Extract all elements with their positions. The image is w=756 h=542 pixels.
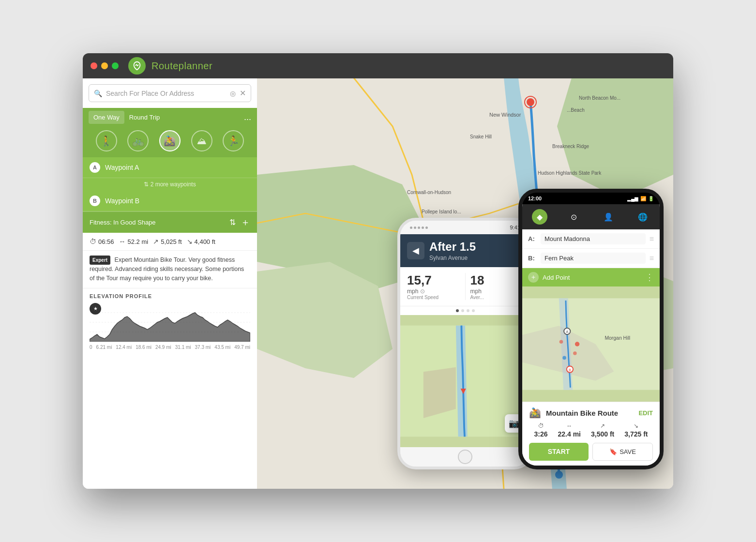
signal-dot [410, 226, 412, 229]
time-stat-value: 3:26 [534, 430, 547, 438]
svg-point-36 [559, 340, 563, 344]
left-panel: 🔍 Search For Place Or Address ◎ ✕ One Wa… [83, 78, 257, 489]
speed-divider [465, 273, 466, 300]
walk-mode[interactable]: 🚶 [96, 130, 117, 151]
title-bar: Routeplanner [83, 53, 673, 78]
one-way-tab[interactable]: One Way [89, 111, 124, 124]
start-button[interactable]: START [529, 443, 589, 461]
svg-text:North Beacon Mo...: North Beacon Mo... [579, 95, 620, 101]
page-dots [400, 306, 530, 315]
svg-text:New Windsor: New Windsor [489, 112, 521, 118]
round-trip-tab[interactable]: Round Trip [124, 111, 165, 124]
svg-text:...Beach: ...Beach [567, 107, 585, 113]
phone-screen: ◀ After 1.5 Sylvan Avenue 15,7 mp [400, 234, 530, 447]
route-descent: ↘ 4,400 ft [187, 238, 215, 245]
fitness-label: Fitness: In Good Shape [90, 219, 229, 226]
back-arrow-icon[interactable]: ◀ [407, 242, 424, 259]
speed-row: 15,7 mph ⊙ Current Speed 18 mph [400, 267, 530, 306]
nav-street: Sylvan Avenue [429, 255, 523, 261]
search-clear-icon[interactable]: ✕ [240, 89, 246, 98]
more-waypoints[interactable]: ⇅ 2 more waypoints [83, 178, 257, 191]
map-area[interactable]: New Windsor Hudson Highlands State Park … [257, 78, 673, 489]
app-logo [128, 57, 146, 75]
black-phone: 12:00 ▂▄▆ 📶 🔋 ◆ ⊙ 👤 🌐 [518, 189, 664, 469]
wp-name-b: Fern Peak [541, 253, 646, 264]
phones-container: 9:41 ◀ After 1.5 Sylvan Avenue [397, 189, 664, 469]
waypoints-section: A Waypoint A ⇅ 2 more waypoints B Waypoi… [83, 157, 257, 211]
add-point-label: Add Point [543, 274, 645, 281]
svg-text:Breakneck Ridge: Breakneck Ridge [552, 144, 590, 149]
bottom-nav: ◆ ⊙ 👤 🌐 [522, 204, 660, 229]
descent-stat-value: 3,725 ft [624, 430, 648, 438]
transport-modes: 🚶 🚲 🚵 ⛰ 🏃 [83, 126, 257, 157]
swap-icon[interactable]: ⇅ [229, 218, 236, 227]
descent-icon: ↘ [187, 238, 193, 245]
phone-map[interactable]: ▼ 📷 [400, 315, 530, 447]
nav-info: After 1.5 Sylvan Avenue [429, 240, 523, 261]
edit-button[interactable]: EDIT [638, 409, 653, 417]
drag-icon-b: ≡ [650, 254, 654, 263]
action-row: START 🔖 SAVE [529, 443, 653, 461]
speed-unit: mph [407, 288, 418, 295]
svg-point-34 [575, 342, 579, 346]
waypoint-b[interactable]: B Waypoint B [83, 191, 257, 211]
route-name: Mountain Bike Route [546, 409, 638, 417]
elevation-x-labels: 0 6.21 mi 12.4 mi 18.6 mi 24.9 mi 31.1 m… [90, 345, 250, 350]
drag-icon: ≡ [650, 235, 654, 243]
status-time: 12:00 [528, 196, 542, 201]
current-speed: 15,7 mph ⊙ Current Speed [407, 273, 460, 300]
route-stats: ⏱ 06:56 ↔ 52.2 mi ↗ 5,025 ft ↘ 4,400 ft [83, 233, 257, 251]
cycle-mode[interactable]: 🚲 [127, 130, 149, 151]
add-point-row[interactable]: ＋ Add Point ⋮ [522, 268, 660, 286]
phone-stat-distance: ↔ 22.4 mi [558, 422, 581, 438]
run-mode[interactable]: 🏃 [223, 130, 244, 151]
phone-waypoint-a[interactable]: A: Mount Madonna ≡ [522, 229, 660, 249]
elevation-title: ELEVATION PROFILE [90, 293, 250, 299]
phone-stat-ascent: ↗ 3,500 ft [591, 422, 614, 438]
maximize-button[interactable] [112, 62, 119, 69]
bike-icon: 🚵 [529, 407, 541, 419]
elevation-pin: ★ [90, 303, 101, 315]
speed-unit2: ⊙ [420, 288, 425, 295]
globe-nav-icon[interactable]: 🌐 [635, 209, 650, 225]
nav-header: ◀ After 1.5 Sylvan Avenue [400, 234, 530, 267]
route-section: A: Mount Madonna ≡ B: Fern Peak ≡ ＋ [522, 229, 660, 286]
save-label: SAVE [620, 448, 636, 455]
fitness-row[interactable]: Fitness: In Good Shape ⇅ ＋ [83, 211, 257, 233]
elevation-svg [90, 303, 250, 342]
phone-waypoint-b[interactable]: B: Fern Peak ≡ [522, 249, 660, 268]
hike-mode[interactable]: ⛰ [191, 130, 212, 151]
location-nav-icon[interactable]: ⊙ [566, 209, 582, 225]
save-button[interactable]: 🔖 SAVE [592, 443, 653, 461]
wifi-icon: 📶 [640, 196, 646, 201]
search-icon: 🔍 [94, 90, 102, 97]
route-title-row: 🚵 Mountain Bike Route EDIT [529, 407, 653, 419]
description-text: Expert Mountain Bike Tour. Very good fit… [90, 256, 244, 282]
add-more-icon[interactable]: ⋮ [645, 272, 654, 283]
gps-icon[interactable]: ◎ [230, 90, 236, 97]
phone-mini-map[interactable]: B A Morgan Hill [522, 286, 660, 402]
route-description: Expert Expert Mountain Bike Tour. Very g… [83, 251, 257, 288]
mtb-mode[interactable]: 🚵 [159, 130, 181, 151]
waypoint-b-name: Waypoint B [105, 197, 139, 205]
waypoint-a[interactable]: A Waypoint A [83, 157, 257, 178]
avg-speed: 18 mph Aver... [470, 273, 524, 300]
signal-dots [410, 226, 428, 229]
add-point-icon: ＋ [528, 272, 539, 283]
search-bar[interactable]: 🔍 Search For Place Or Address ◎ ✕ [89, 84, 251, 102]
distance-icon: ↔ [119, 238, 126, 245]
close-button[interactable] [91, 62, 97, 69]
ascent-icon: ↗ [591, 422, 614, 429]
profile-nav-icon[interactable]: 👤 [601, 209, 616, 225]
search-placeholder: Search For Place Or Address [106, 90, 230, 97]
route-nav-icon[interactable]: ◆ [532, 209, 547, 225]
minimize-button[interactable] [101, 62, 108, 69]
home-button[interactable] [458, 450, 472, 464]
add-waypoint-icon[interactable]: ＋ [241, 216, 250, 229]
descent-icon: ↘ [624, 422, 648, 429]
ascent-value: 5,025 ft [161, 238, 181, 245]
more-options-icon[interactable]: ... [244, 112, 251, 122]
page-dot [461, 309, 464, 312]
svg-text:▼: ▼ [459, 386, 468, 396]
descent-value: 4,400 ft [195, 238, 215, 245]
